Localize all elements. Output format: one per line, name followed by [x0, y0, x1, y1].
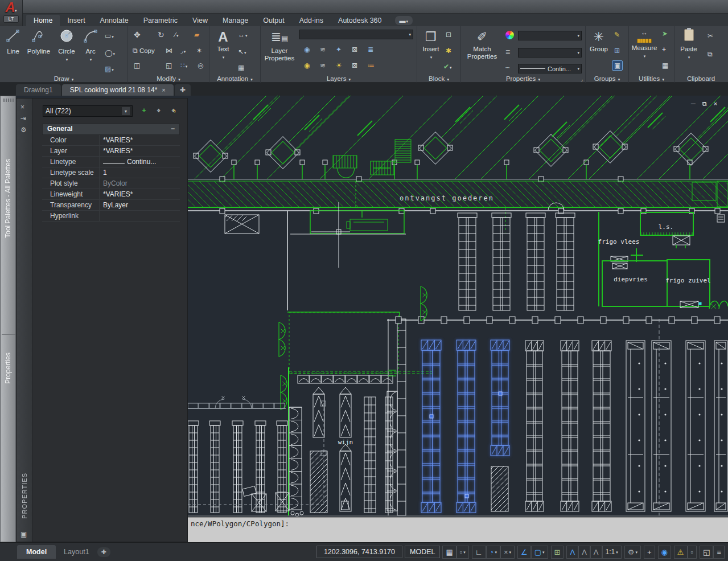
- layer-lock-icon[interactable]: ⊠: [352, 46, 357, 54]
- array-icon[interactable]: ∷▾: [180, 62, 187, 71]
- paste-button[interactable]: Paste▾: [677, 28, 701, 61]
- text-caret-icon[interactable]: ▾: [223, 55, 225, 59]
- new-layout-button[interactable]: ✚: [97, 547, 110, 557]
- autocad-logo[interactable]: A▾ LT: [0, 0, 23, 26]
- layer-match-icon[interactable]: ≔: [368, 62, 375, 69]
- isodraft-icon[interactable]: ×▾: [500, 546, 515, 559]
- fullscreen-icon[interactable]: ◱: [700, 546, 713, 559]
- circle-caret-icon[interactable]: ▾: [66, 58, 68, 62]
- linetype-icon[interactable]: ┄: [505, 64, 509, 72]
- stretch-icon[interactable]: ◫: [134, 62, 140, 69]
- group-selection-toggle[interactable]: ▣: [612, 60, 623, 71]
- lineweight-dropdown[interactable]: ▾: [518, 48, 582, 58]
- ribbon-tab-manage[interactable]: Manage: [215, 15, 256, 26]
- leader-icon[interactable]: ↖▾: [238, 48, 246, 57]
- measure-caret-icon[interactable]: ▾: [644, 54, 646, 58]
- file-tab-current[interactable]: SPL cooking world 21 08 14* ×: [62, 84, 174, 96]
- tool-palettes-title[interactable]: Tool Palettes - All Palettes: [4, 159, 12, 238]
- graphics-warning-icon[interactable]: ⚠: [674, 546, 688, 559]
- quick-calc-icon[interactable]: ▦: [662, 62, 668, 69]
- id-point-icon[interactable]: +: [662, 46, 666, 54]
- ellipse-tool-icon[interactable]: ◯▾: [105, 49, 115, 58]
- block-attributes-icon[interactable]: ✔▾: [443, 63, 452, 72]
- layer-properties-button[interactable]: ≣▤ Layer Properties: [262, 28, 297, 62]
- layer-unisolate-icon[interactable]: ☀: [336, 62, 342, 69]
- select-objects-icon[interactable]: ⌖: [153, 105, 164, 117]
- edit-block-icon[interactable]: ✱: [446, 47, 451, 55]
- circle-button[interactable]: Circle▾: [55, 28, 79, 63]
- ribbon-display-toggle[interactable]: ▬▾: [395, 16, 413, 25]
- layer-off-icon[interactable]: ◉: [304, 46, 310, 54]
- isolate-objects-icon[interactable]: ◉: [658, 546, 671, 559]
- new-drawing-tab-button[interactable]: ✚: [175, 84, 191, 96]
- arc-button[interactable]: Arc▾: [80, 28, 101, 63]
- autoscale-icon[interactable]: Λ: [578, 546, 590, 559]
- rotate-icon[interactable]: ↻: [158, 31, 164, 39]
- palette-grip[interactable]: [3, 99, 14, 102]
- annotation-panel-label[interactable]: Annotation ▾: [209, 75, 260, 82]
- toggle-pickadd-icon[interactable]: +: [138, 105, 150, 117]
- layer-isolate-icon[interactable]: ✦: [336, 46, 342, 54]
- layer-current-icon[interactable]: ≣: [368, 46, 373, 54]
- scale-icon[interactable]: ◱: [166, 62, 172, 69]
- fillet-icon[interactable]: ◞▾: [180, 47, 186, 56]
- model-space[interactable]: ontvangst goederen l.s. frigo vlees diep…: [188, 96, 728, 517]
- palette-close-icon[interactable]: ×: [20, 103, 24, 111]
- layer-freeze-icon[interactable]: ≋: [320, 46, 326, 54]
- offset-icon[interactable]: ◎: [198, 62, 203, 69]
- ribbon-tab-annotate[interactable]: Annotate: [93, 15, 136, 26]
- palette-panel-icon[interactable]: ▣: [20, 530, 27, 538]
- drawing-close-icon[interactable]: ×: [714, 100, 717, 108]
- linetype-dropdown[interactable]: Contin... ▾: [518, 64, 582, 73]
- copy-button[interactable]: ⧉ Copy: [133, 47, 155, 55]
- group-edit-icon[interactable]: ✎: [614, 31, 620, 39]
- file-tab-close-icon[interactable]: ×: [162, 87, 165, 93]
- layer-thaw-icon[interactable]: ≋: [320, 62, 326, 69]
- ribbon-tab-a360[interactable]: Autodesk 360: [331, 15, 389, 26]
- layout1-tab[interactable]: Layout1: [56, 545, 97, 559]
- explode-icon[interactable]: ✶: [196, 47, 202, 55]
- model-tab[interactable]: Model: [17, 545, 56, 559]
- snap-object-icon[interactable]: ⊞: [551, 546, 564, 559]
- ortho-icon[interactable]: ∟: [472, 546, 486, 559]
- file-tab-drawing1[interactable]: Drawing1: [16, 84, 61, 96]
- erase-icon[interactable]: ▰: [194, 31, 199, 39]
- ribbon-tab-output[interactable]: Output: [256, 15, 292, 26]
- selection-dropdown-caret-icon[interactable]: ▾: [122, 107, 130, 115]
- properties-panel-label[interactable]: Properties ▾ ⌟: [461, 75, 585, 82]
- ungroup-icon[interactable]: ⊞: [614, 47, 620, 55]
- layer-dropdown[interactable]: ▾: [299, 30, 413, 39]
- annotation-visibility-icon[interactable]: Λ: [566, 546, 578, 559]
- object-color-dropdown[interactable]: ▾: [518, 31, 582, 40]
- dimension-icon[interactable]: ↔▾: [238, 31, 248, 40]
- table-icon[interactable]: ▦: [238, 64, 244, 72]
- create-block-icon[interactable]: ⊡: [446, 31, 451, 39]
- tray-plus-icon[interactable]: +: [644, 546, 655, 559]
- ribbon-tab-parametric[interactable]: Parametric: [136, 15, 185, 26]
- block-panel-label[interactable]: Block ▾: [417, 75, 460, 82]
- palette-autohide-icon[interactable]: ⇥: [20, 114, 26, 122]
- utilities-panel-label[interactable]: Utilities ▾: [629, 75, 674, 82]
- polyline-button[interactable]: Polyline: [24, 28, 54, 55]
- insert-button[interactable]: ❒ Insert▾: [418, 28, 443, 61]
- layer-unlock-icon[interactable]: ⊠: [352, 62, 357, 69]
- measure-button[interactable]: ↔ Measure▾: [630, 28, 659, 60]
- quick-select-palette-icon[interactable]: ⌖ϟ: [168, 105, 179, 117]
- model-space-button[interactable]: MODEL: [405, 546, 440, 558]
- status-menu-icon[interactable]: ≡: [713, 546, 725, 559]
- line-button[interactable]: Line: [2, 28, 24, 55]
- palette-settings-icon[interactable]: ⚙: [20, 126, 27, 134]
- annotation-scale-value[interactable]: 1:1▾: [602, 546, 622, 559]
- otrack-icon[interactable]: ∠: [517, 546, 531, 559]
- ribbon-tab-addins[interactable]: Add-ins: [292, 15, 331, 26]
- drawing-minimize-icon[interactable]: ─: [691, 100, 696, 108]
- draw-panel-label[interactable]: Draw ▾: [0, 75, 127, 82]
- annotation-scale-icon[interactable]: Λ: [590, 546, 602, 559]
- trim-icon[interactable]: ∕▾: [175, 31, 179, 40]
- ribbon-tab-home[interactable]: Home: [26, 15, 60, 26]
- insert-caret-icon[interactable]: ▾: [430, 55, 433, 59]
- paste-caret-icon[interactable]: ▾: [688, 55, 690, 59]
- modify-panel-label[interactable]: Modify ▾: [128, 75, 209, 82]
- mirror-icon[interactable]: ⋈: [166, 47, 172, 55]
- ribbon-tab-view[interactable]: View: [185, 15, 215, 26]
